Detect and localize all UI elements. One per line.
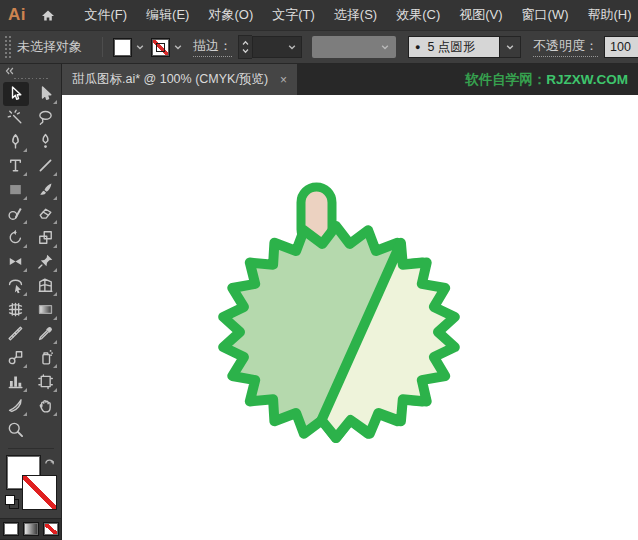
paint-mode-buttons (0, 518, 62, 540)
menu-edit[interactable]: 编辑(E) (137, 0, 199, 30)
none-mode-button[interactable] (43, 522, 59, 536)
type-tool[interactable] (3, 154, 29, 178)
slice-tool[interactable] (3, 394, 29, 418)
zoom-tool[interactable] (3, 418, 29, 442)
opacity-label[interactable]: 不透明度： (533, 37, 598, 57)
swap-fill-stroke-icon[interactable] (43, 455, 56, 468)
stroke-weight-label[interactable]: 描边： (193, 37, 232, 57)
menu-window[interactable]: 窗口(W) (512, 0, 578, 30)
menu-object[interactable]: 对象(O) (199, 0, 263, 30)
close-tab-icon[interactable]: × (280, 73, 287, 87)
perspective-grid-tool[interactable] (33, 274, 59, 298)
collapse-panel-icon[interactable] (3, 65, 16, 77)
eyedropper-tool[interactable] (33, 322, 59, 346)
stroke-indicator[interactable] (22, 475, 57, 510)
width-profile-select (312, 36, 396, 58)
brush-chevron-icon[interactable] (500, 36, 521, 58)
melon-icon[interactable] (62, 95, 638, 540)
menu-file[interactable]: 文件(F) (75, 0, 137, 30)
opacity-input[interactable]: 100 (604, 36, 638, 58)
document-tab[interactable]: 甜瓜图标.ai* @ 100% (CMYK/预览) × (62, 64, 297, 95)
pen-tool[interactable] (3, 130, 29, 154)
menu-type[interactable]: 文字(T) (263, 0, 325, 30)
fill-stroke-control (5, 455, 57, 513)
eraser-tool[interactable] (33, 202, 59, 226)
canvas[interactable] (62, 95, 638, 540)
default-fill-stroke-icon[interactable] (5, 495, 19, 509)
selection-tool[interactable] (3, 82, 29, 106)
line-segment-tool[interactable] (33, 154, 59, 178)
chevron-down-icon (378, 32, 392, 62)
control-bar: 未选择对象 描边： ● 5 点圆形 不透明度： 100 (0, 30, 638, 64)
watermark-site: 软件自学网： (465, 72, 546, 87)
scale-tool[interactable] (33, 226, 59, 250)
app-logo: Ai (0, 5, 35, 25)
menu-help[interactable]: 帮助(H) (578, 0, 638, 30)
home-icon[interactable] (35, 0, 61, 30)
brush-definition-select[interactable]: ● 5 点圆形 (408, 36, 500, 58)
menu-view[interactable]: 视图(V) (450, 0, 512, 30)
artboard-tool[interactable] (33, 370, 59, 394)
paintbrush-tool[interactable] (33, 178, 59, 202)
stroke-weight-select[interactable] (252, 36, 302, 58)
free-transform-tool[interactable] (33, 250, 59, 274)
measure-tool[interactable] (3, 322, 29, 346)
fill-chevron-icon[interactable] (133, 32, 147, 62)
curvature-tool[interactable] (33, 130, 59, 154)
menu-items: 文件(F)编辑(E)对象(O)文字(T)选择(S)效果(C)视图(V)窗口(W)… (75, 0, 638, 30)
direct-selection-tool[interactable] (33, 82, 59, 106)
gradient-mode-button[interactable] (23, 522, 39, 536)
stroke-color-swatch[interactable] (151, 38, 170, 57)
menu-bar: Ai 文件(F)编辑(E)对象(O)文字(T)选择(S)效果(C)视图(V)窗口… (0, 0, 638, 30)
width-tool[interactable] (3, 250, 29, 274)
menu-effect[interactable]: 效果(C) (387, 0, 450, 30)
chevron-down-icon (285, 32, 299, 62)
symbol-sprayer-tool[interactable] (33, 346, 59, 370)
divider (102, 37, 103, 57)
rotate-tool[interactable] (3, 226, 29, 250)
brush-definition-value: 5 点圆形 (427, 39, 475, 56)
color-mode-button[interactable] (3, 522, 19, 536)
mesh-tool[interactable] (3, 298, 29, 322)
stroke-weight-stepper[interactable] (238, 35, 252, 59)
toolbar-grip[interactable] (14, 78, 48, 79)
tools-panel (0, 64, 62, 540)
shape-builder-tool[interactable] (3, 274, 29, 298)
stroke-chevron-icon[interactable] (171, 32, 185, 62)
lasso-tool[interactable] (33, 106, 59, 130)
watermark: 软件自学网：RJZXW.COM (465, 71, 638, 89)
selection-status: 未选择对象 (17, 38, 82, 56)
shaper-tool[interactable] (3, 202, 29, 226)
document-tab-bar: 甜瓜图标.ai* @ 100% (CMYK/预览) × 软件自学网：RJZXW.… (62, 64, 638, 95)
brush-preview-dot: ● (415, 42, 420, 52)
magic-wand-tool[interactable] (3, 106, 29, 130)
fill-color-swatch[interactable] (113, 38, 132, 57)
hand-tool[interactable] (33, 394, 59, 418)
blend-tool[interactable] (3, 346, 29, 370)
gradient-tool[interactable] (33, 298, 59, 322)
column-graph-tool[interactable] (3, 370, 29, 394)
menu-select[interactable]: 选择(S) (324, 0, 386, 30)
panel-grip[interactable] (4, 35, 11, 59)
rectangle-tool[interactable] (3, 178, 29, 202)
document-title: 甜瓜图标.ai* @ 100% (CMYK/预览) (72, 71, 268, 88)
watermark-domain: RJZXW.COM (546, 72, 628, 87)
